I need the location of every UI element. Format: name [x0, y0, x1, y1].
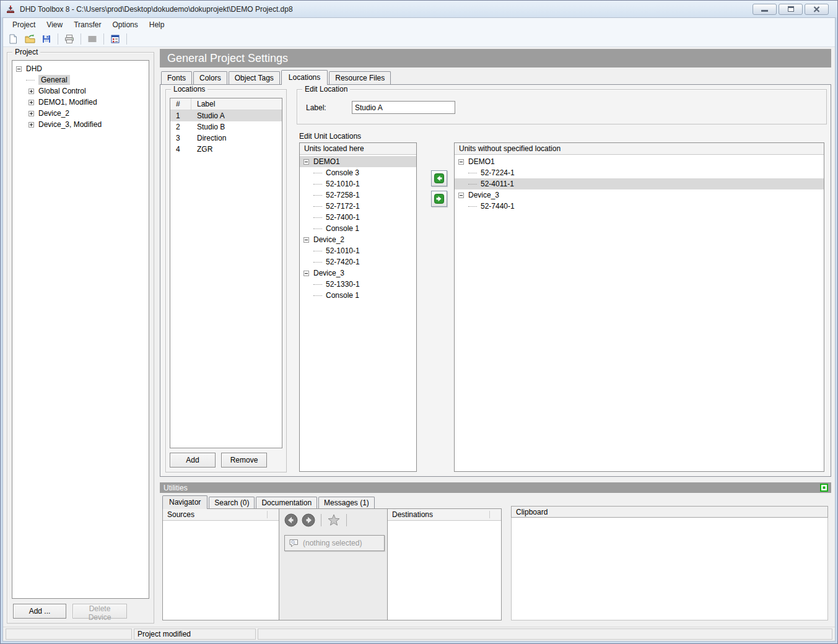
tree-expander-icon[interactable]: [28, 111, 34, 116]
print-button[interactable]: [63, 32, 76, 46]
settings-tab[interactable]: Fonts: [161, 71, 192, 84]
back-button[interactable]: [284, 513, 298, 527]
location-label-input[interactable]: [352, 101, 455, 114]
menu-item[interactable]: View: [41, 19, 68, 31]
tree-expander-icon[interactable]: [316, 193, 321, 198]
location-add-button[interactable]: Add: [170, 453, 216, 468]
save-project-button[interactable]: [40, 32, 53, 46]
panel-toggle-icon[interactable]: [820, 484, 828, 492]
settings-tab[interactable]: Colors: [193, 71, 227, 84]
tree-expander-icon[interactable]: [316, 181, 321, 187]
tree-expander-icon[interactable]: [303, 159, 309, 165]
unit-tree-item[interactable]: Console 3: [300, 167, 416, 178]
nothing-selected-button[interactable]: (nothing selected): [284, 535, 385, 551]
tree-expander-icon[interactable]: [16, 66, 22, 72]
tree-expander-icon[interactable]: [28, 100, 34, 105]
menu-item[interactable]: Help: [144, 19, 170, 31]
menu-item[interactable]: Project: [7, 19, 41, 31]
tree-expander-icon[interactable]: [316, 170, 321, 176]
tree-expander-icon[interactable]: [471, 204, 476, 209]
utilities-tab[interactable]: Messages (1): [318, 497, 375, 508]
units-unlocated-tree: DEMO1 52-7224-1 52-4011-1: [455, 155, 824, 212]
tree-expander-icon[interactable]: [28, 77, 34, 83]
utilities-tab[interactable]: Search (0): [209, 497, 255, 508]
unit-tree-item[interactable]: 52-1010-1: [300, 178, 416, 189]
tree-expander-icon[interactable]: [28, 89, 34, 94]
toolbar: [3, 31, 835, 47]
restore-button[interactable]: [779, 4, 803, 15]
tree-expander-icon[interactable]: [458, 159, 464, 165]
units-unlocated-header: Units without specified location: [455, 143, 824, 155]
unit-tree-item[interactable]: Console 1: [300, 223, 416, 234]
project-tree-item[interactable]: Device_2: [12, 108, 149, 119]
unit-tree-item[interactable]: Device_3: [300, 268, 416, 279]
location-row[interactable]: 4 ZGR: [170, 144, 282, 155]
project-tree-item[interactable]: Device_3, Modified: [12, 119, 149, 130]
edit-unit-locations-caption: Edit Unit Locations: [299, 132, 361, 141]
tree-expander-icon[interactable]: [303, 271, 309, 276]
transfer-button-disabled[interactable]: [85, 32, 99, 46]
unit-tree-item[interactable]: 52-7440-1: [455, 201, 824, 212]
unit-tree-item[interactable]: 52-7400-1: [300, 212, 416, 223]
utilities-tab[interactable]: Navigator: [162, 495, 207, 509]
toolbar-separator: [58, 33, 58, 45]
menu-item[interactable]: Options: [107, 19, 143, 31]
settings-tab[interactable]: Locations: [281, 70, 328, 85]
tree-expander-icon[interactable]: [316, 259, 321, 265]
tree-expander-icon[interactable]: [316, 226, 321, 232]
column-header-label[interactable]: Label: [191, 98, 282, 110]
favorite-star-button[interactable]: [327, 513, 341, 527]
destinations-header: Destinations: [388, 509, 501, 521]
move-to-location-button[interactable]: [431, 170, 447, 186]
unit-tree-item[interactable]: 52-7224-1: [455, 167, 824, 178]
minimize-button[interactable]: [753, 4, 777, 15]
unit-tree-item[interactable]: 52-7172-1: [300, 201, 416, 212]
tree-expander-icon[interactable]: [316, 204, 321, 209]
unit-tree-item[interactable]: DEMO1: [300, 156, 416, 167]
status-segment-right: [258, 629, 832, 640]
tree-expander-icon[interactable]: [316, 215, 321, 220]
tree-expander-icon[interactable]: [316, 293, 321, 298]
add-device-button[interactable]: Add ...: [13, 604, 66, 619]
delete-device-button[interactable]: Delete Device: [72, 604, 127, 619]
tree-expander-icon[interactable]: [303, 237, 309, 243]
new-project-button[interactable]: [6, 32, 20, 46]
unit-tree-item[interactable]: 52-1330-1: [300, 279, 416, 290]
unit-tree-item[interactable]: 52-4011-1: [455, 178, 824, 189]
unit-tree-item[interactable]: Console 1: [300, 290, 416, 301]
unit-tree-item[interactable]: 52-7258-1: [300, 189, 416, 201]
open-folder-icon: [25, 34, 35, 44]
move-from-location-button[interactable]: [431, 191, 447, 207]
location-row[interactable]: 1 Studio A: [170, 110, 282, 121]
sources-list: Sources: [163, 509, 279, 620]
location-row[interactable]: 2 Studio B: [170, 121, 282, 133]
unit-tree-item[interactable]: Device_2: [300, 234, 416, 245]
tree-expander-icon[interactable]: [471, 181, 476, 187]
settings-tab[interactable]: Resource Files: [329, 71, 391, 84]
project-tree-item[interactable]: DHD: [12, 63, 149, 74]
open-project-button[interactable]: [23, 32, 37, 46]
location-remove-button[interactable]: Remove: [221, 453, 267, 468]
location-row[interactable]: 3 Direction: [170, 133, 282, 144]
tree-expander-icon[interactable]: [316, 282, 321, 287]
project-tree-item[interactable]: DEMO1, Modified: [12, 97, 149, 108]
tree-expander-icon[interactable]: [316, 248, 321, 254]
tree-expander-icon[interactable]: [471, 170, 476, 176]
utilities-tab[interactable]: Documentation: [256, 497, 317, 508]
column-header-number[interactable]: #: [170, 98, 191, 110]
units-located-tree: DEMO1 Console 3 52-1010-1: [300, 155, 416, 301]
close-button[interactable]: [805, 4, 829, 15]
unit-tree-item[interactable]: 52-7420-1: [300, 256, 416, 268]
unit-tree-item[interactable]: DEMO1: [455, 156, 824, 167]
project-tree-item[interactable]: Global Control: [12, 85, 149, 97]
settings-tab[interactable]: Object Tags: [229, 71, 280, 84]
unit-tree-item[interactable]: 52-1010-1: [300, 245, 416, 256]
toolbar-separator: [103, 33, 104, 45]
options-button[interactable]: [108, 32, 122, 46]
project-tree-item[interactable]: General: [12, 74, 149, 85]
forward-button[interactable]: [302, 513, 315, 527]
tree-expander-icon[interactable]: [458, 193, 464, 198]
unit-tree-item[interactable]: Device_3: [455, 189, 824, 201]
menu-item[interactable]: Transfer: [68, 19, 107, 31]
tree-expander-icon[interactable]: [28, 122, 34, 128]
